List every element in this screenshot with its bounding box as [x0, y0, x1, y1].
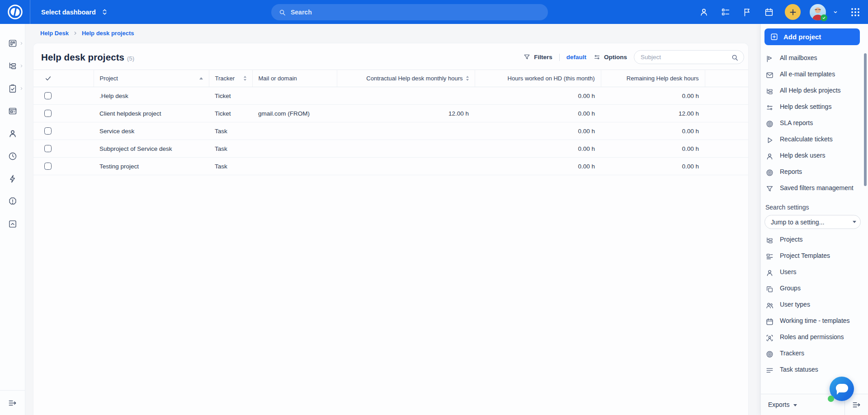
chevron-down-icon[interactable] [832, 9, 839, 16]
filters-button[interactable]: Filters [523, 53, 552, 61]
add-project-button[interactable]: Add project [764, 28, 860, 45]
expand-sidebar-button[interactable] [0, 390, 25, 415]
logo-icon [7, 4, 23, 20]
sidebar-item-user[interactable] [0, 122, 25, 145]
target-icon [765, 120, 774, 128]
dashboard-selector[interactable]: Select dashboard [30, 0, 116, 24]
table-row[interactable]: Testing project Task 0.00 h 0.00 h [33, 158, 748, 175]
jump-to-setting-select[interactable]: Jump to a setting... [764, 215, 861, 229]
panel-item-groups[interactable]: Groups [761, 281, 868, 297]
sidebar-item-browser[interactable] [0, 100, 25, 122]
column-header-remaining[interactable]: Remaining Help desk hours [601, 70, 705, 87]
row-checkbox[interactable] [44, 163, 52, 170]
cell-worked: 0.00 h [475, 158, 601, 175]
default-filter-link[interactable]: default [566, 54, 586, 61]
cell-project[interactable]: Testing project [94, 158, 209, 175]
breadcrumb-help-desk[interactable]: Help Desk [40, 30, 69, 37]
row-checkbox[interactable] [44, 145, 52, 152]
column-header-mail[interactable]: Mail or domain [252, 70, 337, 87]
cell-project[interactable]: Client helpdesk project [94, 105, 209, 122]
panel-item-roles-and-permissions[interactable]: Roles and permissions [761, 330, 868, 346]
panel-item-user-types[interactable]: User types [761, 297, 868, 313]
subject-input[interactable] [641, 54, 727, 61]
quick-add-button[interactable] [785, 4, 801, 20]
panel-item-users[interactable]: Users [761, 265, 868, 281]
check-icon[interactable] [44, 75, 52, 82]
column-header-worked[interactable]: Hours worked on HD (this month) [475, 70, 601, 87]
column-label: Mail or domain [259, 75, 297, 82]
panel-item-all-e-mail-templates[interactable]: All e-mail templates [761, 67, 868, 83]
panel-item-recalculate-tickets[interactable]: Recalculate tickets [761, 132, 868, 148]
breadcrumb-help-desk-projects[interactable]: Help desk projects [82, 30, 134, 37]
cell-tracker: Task [209, 140, 252, 158]
column-header-tracker[interactable]: Tracker [209, 70, 252, 87]
row-checkbox[interactable] [44, 127, 52, 135]
panel-item-all-mailboxes[interactable]: All mailboxes [761, 51, 868, 67]
collapse-right-icon [8, 398, 17, 408]
sort-asc-icon [199, 77, 203, 79]
sidebar-item-clipboard-check[interactable] [0, 77, 25, 100]
table-row[interactable]: .Help desk Ticket 0.00 h 0.00 h [33, 87, 748, 105]
table-row[interactable]: Service desk Task 0.00 h 0.00 h [33, 122, 748, 140]
panel-item-help-desk-settings[interactable]: Help desk settings [761, 99, 868, 116]
chat-widget-button[interactable] [830, 377, 854, 401]
user-avatar[interactable] [810, 4, 826, 20]
bolt-icon [8, 174, 18, 184]
global-search-input[interactable] [291, 9, 541, 16]
tree-icon [765, 236, 774, 245]
options-button[interactable]: Options [593, 53, 627, 61]
sidebar-item-inbox-up[interactable] [0, 213, 25, 235]
column-header-contractual[interactable]: Contractual Help desk monthly hours [337, 70, 475, 87]
panel-scrollbar[interactable] [864, 53, 867, 186]
browser-icon [8, 106, 18, 116]
row-checkbox[interactable] [44, 92, 52, 99]
row-checkbox[interactable] [44, 110, 52, 117]
calendar-icon[interactable] [764, 7, 774, 17]
user-icon[interactable] [699, 7, 709, 17]
panel-item-help-desk-users[interactable]: Help desk users [761, 148, 868, 164]
clipboard-check-icon [8, 84, 18, 93]
search-settings-label: Search settings [761, 197, 868, 215]
column-header-check[interactable] [33, 70, 94, 87]
panel-item-all-help-desk-projects[interactable]: All Help desk projects [761, 83, 868, 99]
panel-item-trackers[interactable]: Trackers [761, 346, 868, 362]
cell-project[interactable]: Service desk [94, 122, 209, 140]
panel-item-sla-reports[interactable]: SLA reports [761, 116, 868, 132]
column-label: Hours worked on HD (this month) [508, 75, 595, 82]
cell-project[interactable]: Subproject of Service desk [94, 140, 209, 158]
column-label: Project [100, 75, 118, 82]
subject-search-field[interactable] [634, 50, 744, 64]
table-row[interactable]: Client helpdesk project Ticket gmail.com… [33, 105, 748, 122]
global-search[interactable] [271, 4, 548, 20]
column-header-project[interactable]: Project [94, 70, 209, 87]
sidebar-item-bolt[interactable] [0, 168, 25, 190]
user-icon [765, 152, 774, 161]
chevron-right-icon [73, 31, 78, 36]
target-icon [765, 350, 774, 359]
tasks-icon[interactable] [721, 7, 731, 17]
sidebar-item-clock[interactable] [0, 145, 25, 168]
sidebar-item-alert[interactable] [0, 190, 25, 213]
flag-icon[interactable] [742, 7, 752, 17]
panel-item-reports[interactable]: Reports [761, 164, 868, 181]
sidebar-item-tree[interactable] [0, 55, 25, 77]
panel-item-saved-filters-management[interactable]: Saved filters management [761, 181, 868, 197]
cell-remaining: 12.00 h [601, 105, 705, 122]
cell-remaining: 0.00 h [601, 87, 705, 105]
template-icon [765, 252, 774, 261]
panel-item-task-statuses[interactable]: Task statuses [761, 362, 868, 378]
panel-item-projects[interactable]: Projects [761, 232, 868, 248]
search-icon[interactable] [731, 54, 739, 61]
app-logo[interactable] [0, 0, 30, 24]
mailbox-icon [765, 55, 774, 63]
panel-item-working-time-templates[interactable]: Working time - templates [761, 313, 868, 330]
column-header-spacer [705, 70, 748, 87]
table-row[interactable]: Subproject of Service desk Task 0.00 h 0… [33, 140, 748, 158]
cell-tracker: Task [209, 122, 252, 140]
panel-item-label: Roles and permissions [780, 333, 844, 341]
topbar: Select dashboard [0, 0, 868, 24]
apps-grid-icon[interactable] [850, 7, 861, 18]
cell-project[interactable]: .Help desk [94, 87, 209, 105]
sidebar-item-dashboard[interactable] [0, 32, 25, 55]
panel-item-project-templates[interactable]: Project Templates [761, 248, 868, 265]
